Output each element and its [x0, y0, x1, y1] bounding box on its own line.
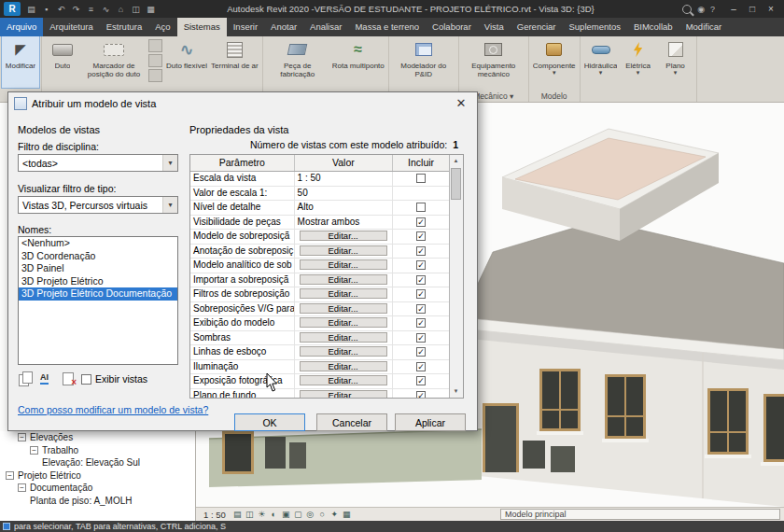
- temporary-hide-icon[interactable]: ◎: [304, 510, 316, 519]
- editar-button[interactable]: Editar...: [300, 375, 387, 385]
- tab-gerenciar[interactable]: Gerenciar: [511, 18, 563, 36]
- rota-multiponto-button[interactable]: Rota multiponto: [330, 36, 386, 88]
- minimize-button[interactable]: –: [724, 0, 743, 18]
- tab-inserir[interactable]: Inserir: [227, 18, 264, 36]
- include-checkbox[interactable]: [416, 174, 426, 183]
- rename-icon[interactable]: [39, 371, 55, 385]
- include-checkbox[interactable]: ✓: [416, 333, 426, 343]
- editar-button[interactable]: Editar...: [300, 288, 387, 299]
- window-4[interactable]: [761, 394, 784, 466]
- componente-button[interactable]: Componente▾: [531, 36, 578, 88]
- help-icon[interactable]: ?: [710, 5, 715, 14]
- browser-item[interactable]: Planta de piso: A_MOLH: [0, 495, 195, 508]
- reveal-hidden-icon[interactable]: ○: [316, 510, 329, 519]
- tab-vista[interactable]: Vista: [478, 18, 511, 36]
- window-1[interactable]: [537, 369, 583, 435]
- dialog-titlebar[interactable]: Atribuir um modelo de vista: [8, 92, 477, 115]
- view-type-filter-select[interactable]: Vistas 3D, Percursos virtuais ▾: [18, 196, 178, 214]
- include-checkbox[interactable]: ✓: [416, 217, 426, 227]
- include-checkbox[interactable]: ✓: [416, 275, 426, 285]
- tab-suplementos[interactable]: Suplementos: [562, 18, 626, 36]
- list-item[interactable]: 3D Projeto Elétrico: [19, 275, 177, 288]
- door[interactable]: [483, 403, 519, 472]
- redo-icon[interactable]: ↷: [69, 2, 83, 16]
- tab-modificar[interactable]: Modificar: [679, 18, 729, 36]
- window-2[interactable]: [602, 374, 649, 442]
- small-tool-button[interactable]: [148, 54, 162, 67]
- list-item[interactable]: <Nenhum>: [19, 237, 177, 250]
- include-checkbox[interactable]: ✓: [416, 376, 426, 385]
- editar-button[interactable]: Editar...: [300, 274, 387, 285]
- names-listbox[interactable]: <Nenhum>3D Coordenação3D Painel3D Projet…: [18, 236, 178, 365]
- tab-colaborar[interactable]: Colaborar: [426, 18, 478, 36]
- show-views-checkbox[interactable]: Exibir vistas: [81, 373, 147, 385]
- modelador-do-p-id-button[interactable]: Modelador do P&ID: [391, 36, 456, 88]
- furniture-3[interactable]: [523, 441, 545, 469]
- peca-de-fabricacao-button[interactable]: Peça de fabricação: [265, 36, 330, 88]
- tab-massa-e-terreno[interactable]: Massa e terreno: [348, 18, 426, 36]
- duplicate-icon[interactable]: [18, 371, 34, 385]
- delete-icon[interactable]: [61, 371, 77, 385]
- editar-button[interactable]: Editar...: [300, 303, 387, 314]
- tab-sistemas[interactable]: Sistemas: [177, 18, 227, 36]
- revit-logo[interactable]: R: [4, 2, 21, 16]
- section-icon[interactable]: ◫: [129, 2, 143, 16]
- list-item[interactable]: 3D Coordenação: [19, 250, 177, 263]
- aplicar-button[interactable]: Aplicar: [395, 413, 466, 431]
- terminal-de-ar-button[interactable]: Terminal de ar: [209, 36, 260, 88]
- furniture-4[interactable]: [551, 446, 575, 472]
- tab-anotar[interactable]: Anotar: [264, 18, 303, 36]
- sun-path-icon[interactable]: ☀: [256, 510, 268, 519]
- crop-view-icon[interactable]: ▣: [280, 510, 292, 519]
- plano-button[interactable]: Plano▾: [657, 36, 694, 88]
- browser-item[interactable]: Elevação: Elevação Sul: [0, 456, 195, 469]
- include-checkbox[interactable]: ✓: [416, 391, 426, 398]
- shadows-icon[interactable]: ◐: [268, 510, 280, 519]
- small-tool-button[interactable]: [148, 39, 162, 52]
- close-button[interactable]: ×: [762, 0, 780, 18]
- editar-button[interactable]: Editar...: [300, 346, 387, 357]
- include-checkbox[interactable]: ✓: [416, 318, 426, 328]
- include-checkbox[interactable]: ✓: [416, 304, 426, 314]
- checkbox-box[interactable]: [81, 374, 91, 385]
- list-item[interactable]: 3D Projeto Elétrico Documentação: [19, 287, 177, 301]
- collapse-icon[interactable]: −: [18, 483, 26, 492]
- 3d-view-icon[interactable]: ⌂: [114, 2, 128, 16]
- collapse-icon[interactable]: −: [30, 446, 38, 455]
- editar-button[interactable]: Editar...: [300, 317, 387, 328]
- discipline-filter-select[interactable]: <todas> ▾: [18, 154, 178, 172]
- print-icon[interactable]: ≡: [84, 2, 98, 16]
- search-icon[interactable]: [682, 5, 692, 14]
- scroll-up-icon[interactable]: ▲: [450, 155, 462, 167]
- modificar-button[interactable]: Modificar: [2, 36, 39, 88]
- editar-button[interactable]: Editar...: [300, 390, 387, 399]
- help-link[interactable]: Como posso modificar um modelo de vista?: [18, 404, 208, 415]
- furniture-1[interactable]: [265, 437, 286, 469]
- collapse-icon[interactable]: −: [6, 471, 14, 480]
- marcador-de-posicao-do-duto-button[interactable]: Marcador de posição do duto: [81, 36, 147, 88]
- design-option-field[interactable]: Modelo principal: [500, 509, 780, 520]
- window-3[interactable]: [705, 388, 751, 458]
- measure-icon[interactable]: ∿: [99, 2, 113, 16]
- editar-button[interactable]: Editar...: [300, 245, 387, 256]
- small-tool-button[interactable]: [148, 69, 162, 82]
- tab-analisar[interactable]: Analisar: [303, 18, 348, 36]
- browser-item[interactable]: −Trabalho: [0, 444, 195, 457]
- include-checkbox[interactable]: ✓: [416, 246, 426, 256]
- show-crop-icon[interactable]: ▢: [292, 510, 304, 519]
- list-item[interactable]: 3D Painel: [19, 262, 177, 275]
- tab-aco[interactable]: Aço: [148, 18, 176, 36]
- save-icon[interactable]: ▪: [39, 2, 53, 16]
- tab-bimcollab[interactable]: BIMcollab: [627, 18, 679, 36]
- view-scale[interactable]: 1 : 50: [203, 510, 226, 520]
- account-icon[interactable]: ◉: [697, 5, 705, 14]
- detail-level-icon[interactable]: ▤: [231, 510, 244, 519]
- include-checkbox[interactable]: ✓: [416, 362, 426, 371]
- editar-button[interactable]: Editar...: [300, 361, 387, 371]
- locked-3d-icon[interactable]: ▦: [341, 510, 353, 519]
- furniture-2[interactable]: [289, 442, 306, 469]
- undo-icon[interactable]: ↶: [54, 2, 68, 16]
- thin-lines-icon[interactable]: ▦: [144, 2, 158, 16]
- editar-button[interactable]: Editar...: [300, 259, 387, 270]
- dialog-close-button[interactable]: ✕: [446, 93, 476, 114]
